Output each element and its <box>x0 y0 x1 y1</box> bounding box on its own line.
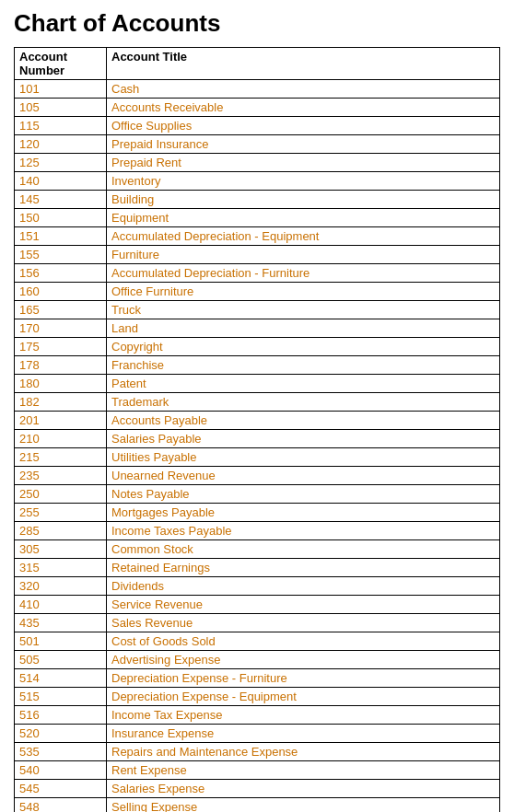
account-title-cell: Office Supplies <box>107 117 500 135</box>
table-row: 156Accumulated Depreciation - Furniture <box>15 264 500 283</box>
table-row: 160Office Furniture <box>15 283 500 301</box>
account-title-cell: Advertising Expense <box>107 651 500 669</box>
table-row: 115Office Supplies <box>15 117 500 135</box>
account-number-cell: 151 <box>15 227 107 246</box>
table-row: 545Salaries Expense <box>15 780 500 798</box>
account-title-cell: Salaries Expense <box>107 780 500 798</box>
account-title-cell: Utilities Payable <box>107 448 500 467</box>
table-row: 178Franchise <box>15 356 500 375</box>
account-number-cell: 435 <box>15 614 107 632</box>
account-number-cell: 115 <box>15 117 107 135</box>
account-title-cell: Cash <box>107 80 500 99</box>
account-number-cell: 516 <box>15 706 107 725</box>
col-header-number: Account Number <box>15 48 107 80</box>
account-number-cell: 170 <box>15 319 107 338</box>
account-number-cell: 515 <box>15 688 107 706</box>
account-title-cell: Retained Earnings <box>107 559 500 577</box>
account-title-cell: Copyright <box>107 338 500 356</box>
table-row: 320Dividends <box>15 577 500 596</box>
account-title-cell: Patent <box>107 375 500 393</box>
table-row: 125Prepaid Rent <box>15 154 500 172</box>
account-title-cell: Notes Payable <box>107 485 500 504</box>
account-number-cell: 514 <box>15 669 107 688</box>
account-number-cell: 501 <box>15 632 107 651</box>
account-title-cell: Insurance Expense <box>107 725 500 743</box>
account-title-cell: Depreciation Expense - Equipment <box>107 688 500 706</box>
table-row: 255Mortgages Payable <box>15 504 500 522</box>
account-number-cell: 410 <box>15 596 107 614</box>
account-title-cell: Accounts Payable <box>107 412 500 430</box>
account-title-cell: Salaries Payable <box>107 430 500 448</box>
table-row: 120Prepaid Insurance <box>15 135 500 154</box>
table-row: 520Insurance Expense <box>15 725 500 743</box>
account-number-cell: 182 <box>15 393 107 412</box>
account-title-cell: Equipment <box>107 209 500 227</box>
table-row: 285Income Taxes Payable <box>15 522 500 540</box>
account-title-cell: Prepaid Insurance <box>107 135 500 154</box>
account-number-cell: 180 <box>15 375 107 393</box>
account-number-cell: 156 <box>15 264 107 283</box>
table-row: 514Depreciation Expense - Furniture <box>15 669 500 688</box>
table-row: 201Accounts Payable <box>15 412 500 430</box>
account-number-cell: 178 <box>15 356 107 375</box>
account-number-cell: 155 <box>15 246 107 264</box>
account-title-cell: Trademark <box>107 393 500 412</box>
account-number-cell: 505 <box>15 651 107 669</box>
account-number-cell: 250 <box>15 485 107 504</box>
account-title-cell: Service Revenue <box>107 596 500 614</box>
account-number-cell: 210 <box>15 430 107 448</box>
account-title-cell: Rent Expense <box>107 761 500 780</box>
table-row: 155Furniture <box>15 246 500 264</box>
account-number-cell: 105 <box>15 99 107 117</box>
col-header-title: Account Title <box>107 48 500 80</box>
account-number-cell: 535 <box>15 743 107 761</box>
table-row: 435Sales Revenue <box>15 614 500 632</box>
page-title: Chart of Accounts <box>14 9 500 38</box>
account-title-cell: Selling Expense <box>107 798 500 813</box>
account-number-cell: 548 <box>15 798 107 813</box>
account-number-cell: 520 <box>15 725 107 743</box>
account-number-cell: 320 <box>15 577 107 596</box>
account-title-cell: Furniture <box>107 246 500 264</box>
account-number-cell: 101 <box>15 80 107 99</box>
table-row: 535Repairs and Maintenance Expense <box>15 743 500 761</box>
account-title-cell: Repairs and Maintenance Expense <box>107 743 500 761</box>
account-number-cell: 120 <box>15 135 107 154</box>
account-title-cell: Accounts Receivable <box>107 99 500 117</box>
account-number-cell: 201 <box>15 412 107 430</box>
account-number-cell: 165 <box>15 301 107 319</box>
account-number-cell: 235 <box>15 467 107 485</box>
table-row: 182Trademark <box>15 393 500 412</box>
account-number-cell: 125 <box>15 154 107 172</box>
account-title-cell: Depreciation Expense - Furniture <box>107 669 500 688</box>
account-number-cell: 285 <box>15 522 107 540</box>
account-title-cell: Unearned Revenue <box>107 467 500 485</box>
table-row: 210Salaries Payable <box>15 430 500 448</box>
table-row: 548Selling Expense <box>15 798 500 813</box>
account-number-cell: 255 <box>15 504 107 522</box>
table-row: 140Inventory <box>15 172 500 191</box>
table-row: 101Cash <box>15 80 500 99</box>
table-row: 235Unearned Revenue <box>15 467 500 485</box>
table-row: 410Service Revenue <box>15 596 500 614</box>
table-row: 150Equipment <box>15 209 500 227</box>
table-row: 516Income Tax Expense <box>15 706 500 725</box>
table-row: 165Truck <box>15 301 500 319</box>
account-number-cell: 160 <box>15 283 107 301</box>
account-title-cell: Sales Revenue <box>107 614 500 632</box>
table-row: 151Accumulated Depreciation - Equipment <box>15 227 500 246</box>
table-row: 250Notes Payable <box>15 485 500 504</box>
account-title-cell: Income Taxes Payable <box>107 522 500 540</box>
account-number-cell: 545 <box>15 780 107 798</box>
account-title-cell: Truck <box>107 301 500 319</box>
account-title-cell: Inventory <box>107 172 500 191</box>
table-row: 501Cost of Goods Sold <box>15 632 500 651</box>
account-title-cell: Land <box>107 319 500 338</box>
account-number-cell: 175 <box>15 338 107 356</box>
account-number-cell: 140 <box>15 172 107 191</box>
account-title-cell: Prepaid Rent <box>107 154 500 172</box>
account-title-cell: Income Tax Expense <box>107 706 500 725</box>
table-row: 505Advertising Expense <box>15 651 500 669</box>
table-row: 515Depreciation Expense - Equipment <box>15 688 500 706</box>
table-row: 175Copyright <box>15 338 500 356</box>
